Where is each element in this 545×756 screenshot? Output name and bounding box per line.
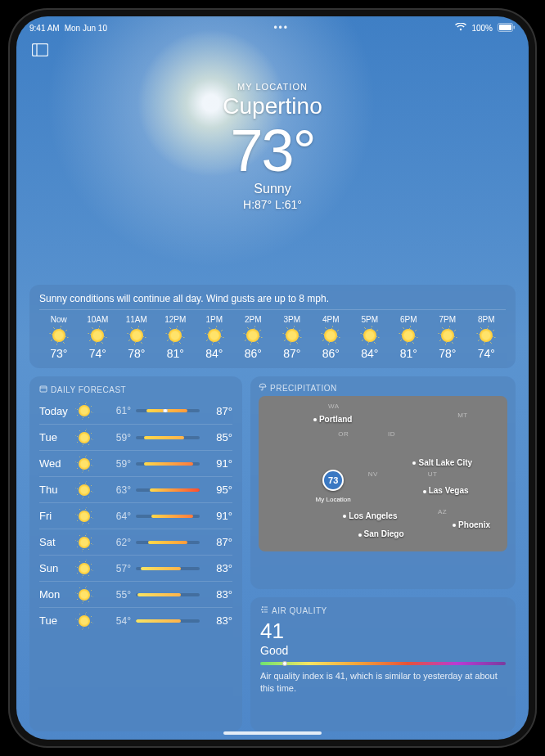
hourly-item[interactable]: 4PM86° (312, 315, 351, 360)
daily-row[interactable]: Thu63°95° (39, 476, 232, 502)
hour-time: 1PM (205, 315, 223, 324)
current-condition: Sunny (16, 182, 529, 196)
hour-temp: 78° (439, 347, 456, 360)
daily-row[interactable]: Mon55°83° (39, 581, 232, 607)
map-state-label: MT (457, 412, 468, 419)
sun-icon (480, 329, 493, 342)
daily-row[interactable]: Today61°87° (39, 398, 232, 424)
hourly-item[interactable]: 2PM86° (234, 315, 273, 360)
hour-time: Now (51, 315, 67, 324)
aqi-marker (282, 661, 287, 666)
multitask-dots-icon[interactable]: ••• (273, 22, 289, 34)
map-state-label: UT (428, 470, 438, 478)
daily-forecast-title: DAILY FORECAST (51, 385, 126, 394)
hour-temp: 86° (245, 347, 262, 360)
hourly-item[interactable]: 10AM74° (79, 315, 118, 360)
sun-icon (79, 432, 90, 443)
battery-icon (498, 23, 516, 34)
day-label: Sat (39, 536, 74, 548)
hour-temp: 87° (283, 347, 300, 360)
sun-icon (79, 563, 90, 574)
sun-icon (324, 329, 337, 342)
temp-range-bar (136, 436, 200, 439)
daily-row[interactable]: Tue54°83° (39, 607, 232, 633)
sun-icon (79, 589, 90, 601)
sun-icon (79, 484, 90, 496)
home-indicator[interactable] (223, 731, 322, 735)
hourly-item[interactable]: 8PM74° (467, 315, 507, 360)
hourly-item[interactable]: 1PM84° (195, 315, 234, 360)
day-high: 83° (205, 562, 232, 574)
map-state-label: NV (368, 470, 378, 478)
day-label: Fri (39, 510, 74, 522)
current-temp-dot (163, 409, 168, 412)
hour-time: 8PM (478, 315, 495, 324)
sidebar-toggle-button[interactable] (31, 43, 49, 57)
hour-temp: 84° (361, 347, 378, 360)
temp-range-bar (136, 619, 200, 623)
sun-icon (363, 329, 376, 342)
map-city-label: Los Angeles (343, 511, 397, 520)
svg-rect-1 (499, 25, 511, 30)
map-city-label: Las Vegas (423, 486, 469, 495)
daily-forecast-panel[interactable]: DAILY FORECAST Today61°87°Tue59°85°Wed59… (29, 376, 242, 731)
hour-time: 12PM (164, 315, 186, 324)
day-low: 54° (103, 615, 131, 627)
svg-point-7 (261, 609, 263, 610)
aqi-word: Good (260, 644, 506, 657)
sun-icon (79, 405, 90, 416)
map-location-pin-label: My Location (316, 496, 351, 503)
sun-icon (169, 329, 182, 342)
svg-point-9 (262, 606, 263, 608)
hour-time: 6PM (400, 315, 417, 324)
hourly-item[interactable]: 11AM78° (117, 315, 156, 360)
daily-row[interactable]: Sun57°83° (39, 555, 232, 581)
daily-row[interactable]: Wed59°91° (39, 450, 232, 476)
status-time: 9:41 AM (29, 24, 60, 33)
svg-rect-5 (40, 386, 47, 392)
day-high: 91° (205, 510, 232, 522)
hour-temp: 78° (128, 347, 145, 360)
sun-icon (208, 329, 221, 342)
day-high: 83° (205, 588, 232, 601)
status-date: Mon Jun 10 (65, 24, 107, 33)
hourly-item[interactable]: 12PM81° (156, 315, 196, 360)
precipitation-panel[interactable]: PRECIPITATION WAORIDMTNVUTAZPortlandSalt… (250, 376, 516, 589)
temp-range-bar (136, 409, 200, 412)
sun-icon (52, 329, 65, 342)
sun-icon (441, 329, 454, 342)
daily-row[interactable]: Sat62°87° (39, 529, 232, 555)
hourly-summary: Sunny conditions will continue all day. … (39, 293, 506, 310)
svg-point-11 (262, 611, 263, 613)
hourly-item[interactable]: 3PM87° (272, 315, 312, 360)
map-city-label: Phoenix (453, 520, 490, 529)
status-battery-pct: 100% (471, 24, 493, 33)
day-high: 87° (205, 536, 232, 548)
day-label: Thu (39, 484, 74, 496)
hourly-forecast-panel[interactable]: Sunny conditions will continue all day. … (29, 285, 516, 368)
high-low: H:87° L:61° (16, 198, 529, 211)
day-low: 59° (103, 458, 131, 470)
air-quality-panel[interactable]: AIR QUALITY 41 Good Air quality index is… (250, 597, 516, 731)
hourly-item[interactable]: Now73° (39, 315, 79, 360)
temp-range-bar (136, 567, 200, 570)
aqi-description: Air quality index is 41, which is simila… (260, 670, 506, 694)
hour-temp: 81° (400, 347, 417, 360)
daily-row[interactable]: Fri64°91° (39, 502, 232, 529)
daily-row[interactable]: Tue59°85° (39, 424, 232, 450)
day-low: 64° (103, 511, 131, 522)
precipitation-map[interactable]: WAORIDMTNVUTAZPortlandSalt Lake CityLas … (259, 396, 507, 551)
day-label: Sun (39, 562, 74, 574)
day-high: 95° (205, 484, 232, 496)
hour-temp: 74° (89, 347, 106, 360)
day-low: 55° (103, 589, 131, 601)
hourly-item[interactable]: 7PM78° (428, 315, 467, 360)
map-state-label: WA (328, 403, 340, 410)
aqi-scale (260, 662, 506, 665)
map-location-pin[interactable]: 73 (322, 470, 344, 491)
day-label: Today (39, 405, 74, 417)
hourly-item[interactable]: 5PM84° (350, 315, 390, 360)
day-label: Mon (39, 588, 74, 601)
hourly-item[interactable]: 6PM81° (390, 315, 429, 360)
precipitation-title: PRECIPITATION (270, 384, 337, 393)
